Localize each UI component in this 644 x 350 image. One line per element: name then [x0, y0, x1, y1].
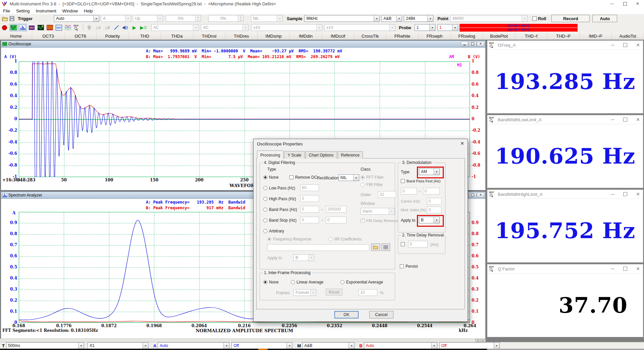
ifp-none-radio[interactable]: None [263, 280, 279, 285]
signal-generator-icon[interactable] [37, 24, 45, 31]
chevron-down-icon[interactable]: ▼ [374, 15, 379, 21]
range-b-combo[interactable]: ±1V▼ [324, 24, 395, 31]
meter-minimize-button[interactable] [610, 117, 615, 122]
probe-calibration-icon[interactable] [112, 24, 120, 31]
ground-a-icon[interactable]: ⊥A [94, 24, 102, 31]
channel-a-mode-combo[interactable]: Auto▼ [158, 342, 229, 349]
meter-minimize-button[interactable] [610, 192, 615, 196]
spectrum-3d-plot-icon[interactable] [46, 24, 54, 31]
low-pass-field[interactable]: 60 [300, 184, 319, 191]
meter-close-button[interactable]: ✕ [636, 43, 640, 47]
order-field[interactable]: 32 [378, 191, 396, 198]
tab-oct3[interactable]: OCT3 [32, 32, 64, 40]
calibration-icon[interactable] [85, 24, 93, 31]
sweep-time-combo[interactable]: 500ms▼ [6, 342, 84, 349]
tab-imd-p[interactable]: IMD~P [580, 32, 612, 40]
app-minimize-button[interactable] [606, 0, 619, 7]
demod-bp-lo-field[interactable]: 0 [401, 188, 417, 194]
band-pass-hi-field[interactable]: 200000 [326, 206, 346, 213]
arbitrary-file-field[interactable] [267, 244, 369, 251]
coupling-b-combo[interactable]: AC▼ [201, 24, 249, 31]
tab-thd-p[interactable]: THD~P [547, 32, 580, 40]
fir-delay-removal-checkbox[interactable]: FIR Delay Removal [361, 219, 398, 223]
fft-filter-radio[interactable]: FFT Filter [361, 175, 384, 180]
meter-maximize-button[interactable] [623, 117, 628, 122]
sound-device-icon[interactable] [121, 24, 129, 31]
bit-depth-combo[interactable]: 24Bit▼ [404, 15, 433, 22]
trigger-level-spinner[interactable]: 0%▲▼ [166, 15, 201, 22]
chevron-down-icon[interactable]: ▼ [431, 343, 437, 349]
chevron-down-icon[interactable]: ▼ [223, 343, 229, 349]
scope-restore-button[interactable] [469, 41, 476, 46]
tab-imddin[interactable]: IMDdin [290, 32, 322, 40]
range-a-combo[interactable]: ±1V▼ [251, 24, 322, 31]
tab-crosstlk[interactable]: CrossTlk [354, 32, 386, 40]
scroll-left-icon[interactable]: ◄ [475, 339, 480, 342]
tab-home[interactable]: Home [0, 32, 32, 40]
scroll-right-icon[interactable]: ► [481, 339, 486, 342]
band-pass-radio[interactable]: Band Pass (Hz) [263, 207, 297, 212]
demod-apply-to-combo[interactable]: B▼ [419, 217, 440, 223]
window-combo[interactable]: Hann▼ [361, 208, 395, 215]
band-stop-hi-field[interactable]: 0 [326, 217, 346, 223]
save-icon[interactable] [9, 16, 14, 21]
probe-a-combo[interactable]: 1▼ [415, 24, 435, 31]
menu-instrument[interactable]: Instrument [33, 8, 59, 13]
persist-checkbox[interactable]: Persist [400, 264, 418, 269]
tab-processing[interactable]: Processing [257, 150, 283, 159]
meter-title-bar[interactable]: DDPf1Freq_A✕ [487, 41, 643, 50]
meter-maximize-button[interactable] [623, 43, 628, 47]
band-pass-first-checkbox[interactable]: Band Pass First (Hz) [401, 179, 440, 183]
filter-apply-to-combo[interactable]: B▼ [293, 254, 314, 261]
device-test-plan-icon[interactable]: DUT [55, 24, 63, 31]
meter-close-button[interactable]: ✕ [636, 117, 640, 122]
dialog-title-bar[interactable]: Oscilloscope Properties ✕ [254, 139, 468, 148]
meter-maximize-button[interactable] [623, 266, 628, 271]
carrier-field[interactable]: 0 [427, 198, 442, 205]
demod-type-combo[interactable]: AM▼ [419, 168, 440, 175]
mod-index-field[interactable]: 0 [427, 207, 442, 213]
horizontal-scrollbar[interactable]: ◄ ► [0, 339, 486, 342]
ok-button[interactable]: OK [334, 311, 359, 318]
tab-imdccif[interactable]: IMDccif [322, 32, 354, 40]
chevron-down-icon[interactable]: ▼ [348, 343, 354, 349]
menu-window[interactable]: Window [59, 8, 81, 13]
tab-thdres[interactable]: THDres [225, 32, 258, 40]
sampling-channels-combo[interactable]: A&B▼ [381, 15, 402, 22]
chevron-down-icon[interactable]: ▼ [434, 169, 439, 175]
chevron-down-icon[interactable]: ▼ [434, 217, 439, 223]
trigger-source-combo[interactable]: A▼ [101, 15, 131, 22]
sampling-rate-combo[interactable]: 96kHz▼ [304, 15, 380, 22]
filter-none-radio[interactable]: None [263, 175, 279, 180]
chevron-down-icon[interactable]: ▼ [494, 343, 499, 349]
menu-file[interactable]: File [0, 8, 13, 13]
oscilloscope-title-bar[interactable]: Oscilloscope ✕ [1, 41, 485, 48]
chevron-down-icon[interactable]: ▼ [427, 15, 433, 21]
auto-scale-button[interactable]: Auto [592, 15, 617, 22]
math-channel-combo[interactable]: A&B▼ [302, 342, 355, 349]
trigger-mode-combo[interactable]: Auto▼ [54, 15, 99, 22]
run-loop-icon[interactable]: ▶ [139, 24, 148, 31]
tab-polarity[interactable]: Polarity [97, 32, 129, 40]
chevron-down-icon[interactable]: ▼ [286, 343, 292, 349]
roll-checkbox[interactable] [532, 16, 537, 21]
tab-thda[interactable]: THDa [161, 32, 193, 40]
chevron-down-icon[interactable]: ▼ [452, 25, 458, 31]
tab-bodeplot[interactable]: BodePlot [483, 32, 515, 40]
chevron-down-icon[interactable]: ▼ [93, 15, 99, 21]
record-length-combo[interactable]: 48000▼ [450, 15, 528, 22]
coupling-a-combo[interactable]: AC▼ [151, 24, 199, 31]
exp-weight-field[interactable]: 10 [359, 289, 377, 296]
tab-frwhite[interactable]: FRwhite [386, 32, 419, 40]
scope-close-button[interactable]: ✕ [477, 41, 484, 46]
channel-b-mode-combo[interactable]: Auto▼ [364, 342, 437, 349]
trigger-slope-combo[interactable]: Up▼ [133, 15, 163, 22]
tab-y-scale[interactable]: Y Scale [284, 151, 305, 159]
meter-title-bar[interactable]: DDPBandWidthHighLimit_A✕ [487, 190, 643, 199]
meter-title-bar[interactable]: DDPBandWidthLowLimit_A✕ [487, 115, 643, 124]
high-pass-field[interactable]: 0 [300, 195, 319, 202]
oscilloscope-icon[interactable] [9, 24, 18, 31]
chevron-down-icon[interactable]: ▼ [143, 343, 148, 349]
iir-coefficients-radio[interactable]: IIR Coefficients [329, 237, 362, 242]
chevron-down-icon[interactable]: ▼ [396, 15, 402, 21]
